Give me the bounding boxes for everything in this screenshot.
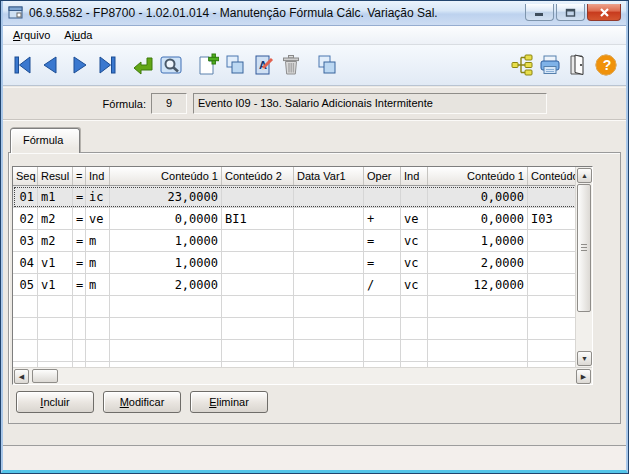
menu-arquivo[interactable]: Arquivo xyxy=(6,27,57,43)
first-record-button[interactable] xyxy=(9,51,37,79)
grid-cell: 02 xyxy=(13,208,38,229)
grid-cell: = xyxy=(73,274,86,295)
eliminar-button[interactable]: Eliminar xyxy=(190,391,268,413)
next-record-button[interactable] xyxy=(65,51,93,79)
grid-cell xyxy=(73,296,86,317)
grid-cell xyxy=(294,296,364,317)
grid-cell xyxy=(528,318,575,339)
grid-cell xyxy=(294,318,364,339)
grid-cell xyxy=(364,318,401,339)
incluir-button[interactable]: Incluir xyxy=(16,391,94,413)
grid-cell: v1 xyxy=(38,252,73,273)
vertical-scrollbar[interactable]: ▲ ▼ xyxy=(575,167,592,367)
grid-cell: = xyxy=(73,186,86,207)
scroll-up-button[interactable]: ▲ xyxy=(577,168,592,183)
print-button[interactable] xyxy=(536,51,564,79)
help-icon: ? xyxy=(594,53,618,77)
grid-row[interactable]: 04v1=m1,0000=vc2,0000 xyxy=(13,252,575,274)
minimize-button[interactable] xyxy=(525,4,554,21)
horizontal-scrollbar[interactable]: ◀ ▶ xyxy=(13,367,592,384)
horizontal-scroll-thumb[interactable] xyxy=(32,369,58,383)
modificar-button[interactable]: Modificar xyxy=(103,391,181,413)
copy-record-icon xyxy=(223,53,247,77)
grid-cell xyxy=(86,340,110,361)
grid-cell xyxy=(294,186,364,207)
grid-cell: 04 xyxy=(13,252,38,273)
grid-cell: m2 xyxy=(38,230,73,251)
grid-cell xyxy=(294,230,364,251)
go-back-icon xyxy=(131,53,155,77)
duplicate-record-button[interactable] xyxy=(313,51,341,79)
grid-cell xyxy=(222,318,294,339)
scroll-down-button[interactable]: ▼ xyxy=(577,351,592,366)
grid-cell: = xyxy=(73,208,86,229)
grid-cell xyxy=(528,274,575,295)
grid-cell xyxy=(528,186,575,207)
vertical-scroll-thumb[interactable] xyxy=(577,184,591,312)
grid-cell xyxy=(86,296,110,317)
tab-formula[interactable]: Fórmula xyxy=(10,128,80,153)
grid-cell xyxy=(222,186,294,207)
grid-cell xyxy=(38,340,73,361)
first-record-icon xyxy=(11,53,35,77)
vertical-scroll-track[interactable] xyxy=(576,312,592,350)
grid-cell: = xyxy=(73,230,86,251)
close-icon xyxy=(599,8,610,17)
grid-cell: + xyxy=(364,208,401,229)
grid-cell xyxy=(73,340,86,361)
grid-cell: vc xyxy=(401,252,428,273)
grid-row[interactable]: 01m1=ic23,00000,0000 xyxy=(13,186,575,208)
action-buttons: Incluir Modificar Eliminar xyxy=(16,391,620,413)
grid-cell: m xyxy=(86,274,110,295)
help-button[interactable]: ? xyxy=(592,51,620,79)
grid-cell: 23,0000 xyxy=(110,186,222,207)
grid-row[interactable]: 03m2=m1,0000=vc1,0000 xyxy=(13,230,575,252)
grid-cell xyxy=(38,318,73,339)
statusbar xyxy=(3,445,626,470)
grid-cell xyxy=(222,230,294,251)
edit-record-button[interactable]: A xyxy=(249,51,277,79)
grid-cell: 0,0000 xyxy=(428,208,528,229)
column-header: Conteúdo 1 xyxy=(428,167,528,185)
grid-cell: = xyxy=(73,252,86,273)
app-icon[interactable] xyxy=(8,6,24,20)
grid-cell: m2 xyxy=(38,208,73,229)
grid-cell: m xyxy=(86,252,110,273)
last-record-button[interactable] xyxy=(93,51,121,79)
search-button[interactable] xyxy=(157,51,185,79)
horizontal-scroll-track[interactable] xyxy=(59,368,575,384)
add-record-button[interactable] xyxy=(193,51,221,79)
grid-cell xyxy=(110,296,222,317)
grid-cell: m1 xyxy=(38,186,73,207)
formula-label: Fórmula: xyxy=(3,98,151,110)
grid-row[interactable]: 05v1=m2,0000/vc12,0000 xyxy=(13,274,575,296)
grid-row[interactable]: 02m2=ve0,0000BI1+ve0,0000I03 xyxy=(13,208,575,230)
copy-record-button[interactable] xyxy=(221,51,249,79)
grid-cell xyxy=(428,340,528,361)
scroll-left-button[interactable]: ◀ xyxy=(14,369,29,384)
menubar: Arquivo Ajuda xyxy=(3,26,626,45)
grid-cell xyxy=(222,274,294,295)
menu-ajuda[interactable]: Ajuda xyxy=(57,27,99,43)
grid-cell: 05 xyxy=(13,274,38,295)
column-header: Conteúdo 1 xyxy=(110,167,222,185)
grid-cell: ve xyxy=(86,208,110,229)
scroll-right-button[interactable]: ▶ xyxy=(576,369,591,384)
maximize-button[interactable] xyxy=(556,4,585,21)
hierarchy-button[interactable] xyxy=(508,51,536,79)
column-header: Conteúdo 2 xyxy=(528,167,575,185)
close-button[interactable] xyxy=(587,4,621,21)
grid-cell: 2,0000 xyxy=(428,252,528,273)
delete-record-button[interactable] xyxy=(277,51,305,79)
column-header: = xyxy=(73,167,86,185)
column-header: Ind xyxy=(86,167,110,185)
grid-cell: = xyxy=(364,230,401,251)
go-back-button[interactable] xyxy=(129,51,157,79)
grid-cell xyxy=(222,340,294,361)
previous-record-button[interactable] xyxy=(37,51,65,79)
grid-cell xyxy=(294,208,364,229)
grid-cell: v1 xyxy=(38,274,73,295)
exit-button[interactable] xyxy=(564,51,592,79)
grid-cell: 01 xyxy=(13,186,38,207)
titlebar[interactable]: 06.9.5582 - FP8700 - 1.02.01.014 - Manut… xyxy=(3,1,626,26)
